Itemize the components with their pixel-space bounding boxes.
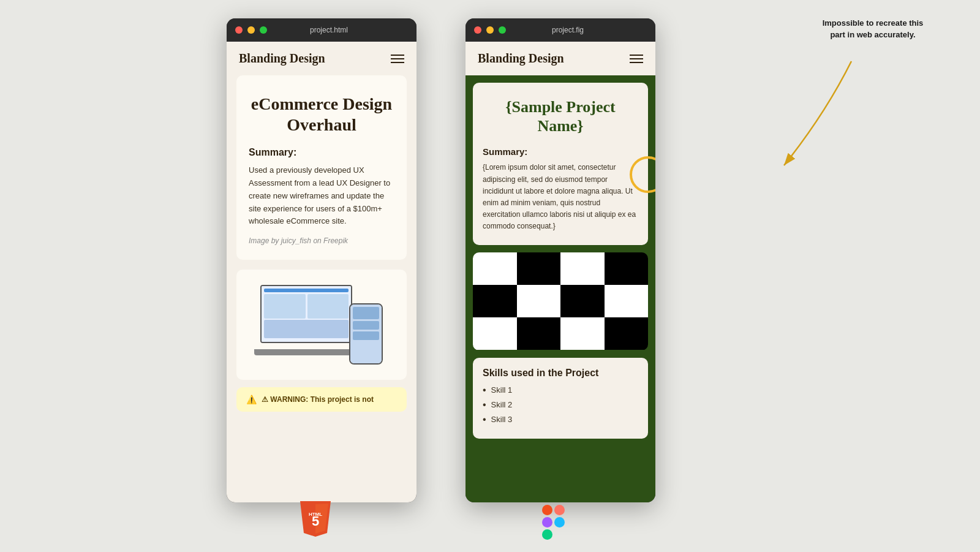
figma-logo-area	[542, 505, 565, 540]
phone-block-1	[353, 307, 379, 319]
svg-rect-5	[542, 505, 552, 515]
html-image-credit: Image by juicy_fish on Freepik	[249, 236, 394, 245]
figma-browser-title: project.fig	[489, 26, 647, 34]
annotation-area: Impossible to recreate this part in web …	[815, 17, 931, 40]
laptop-screen	[260, 285, 352, 343]
skill-item-2: Skill 2	[483, 399, 638, 410]
figma-project-title: {Sample Project Name}	[483, 97, 638, 135]
html5-logo-area: HTML 5	[300, 501, 331, 537]
html-browser-window: project.html Blanding Design eCommerce D…	[227, 18, 417, 502]
hamburger-line-2	[391, 58, 404, 59]
check-cell-9	[473, 317, 517, 350]
screen-block-2	[307, 294, 349, 319]
warning-icon: ⚠️	[246, 395, 257, 404]
svg-rect-8	[554, 517, 565, 527]
phone-block-3	[353, 331, 379, 340]
html5-shield-svg: HTML 5	[300, 501, 331, 537]
annotation-arrow-svg	[772, 49, 931, 184]
html-hamburger-menu[interactable]	[391, 55, 404, 63]
figma-hamburger-line-3	[630, 62, 643, 63]
check-cell-12	[605, 317, 649, 350]
svg-text:5: 5	[312, 513, 319, 529]
html-warning-text: ⚠ WARNING: This project is not	[262, 395, 374, 404]
html-project-title: eCommerce Design Overhaul	[249, 94, 394, 135]
html-browser-content: Blanding Design eCommerce Design Overhau…	[227, 42, 417, 502]
figma-summary-text: {Lorem ipsum dolor sit amet, consectetur…	[483, 162, 638, 232]
laptop-mockup	[260, 285, 383, 365]
html-warning-card: ⚠️ ⚠ WARNING: This project is not	[236, 387, 407, 412]
hamburger-line-1	[391, 55, 404, 56]
skill-item-3: Skill 3	[483, 414, 638, 425]
html-browser-title: project.html	[250, 26, 408, 34]
figma-main-content: {Sample Project Name} Summary: {Lorem ip…	[466, 75, 655, 446]
figma-skills-card: Skills used in the Project Skill 1 Skill…	[473, 358, 648, 439]
phone-screen	[350, 304, 382, 363]
checkerboard-pattern	[473, 252, 648, 350]
screen-block-1	[264, 294, 306, 319]
html-summary-text: Used a previously developed UX Assessmen…	[249, 164, 394, 228]
html-titlebar: project.html	[227, 18, 417, 42]
check-cell-5	[473, 285, 517, 317]
check-cell-7	[560, 285, 605, 317]
check-cell-4	[605, 252, 649, 285]
phone-mockup	[349, 303, 383, 365]
html-site-header: Blanding Design	[227, 42, 417, 75]
svg-rect-6	[554, 505, 565, 515]
check-cell-11	[560, 317, 605, 350]
html-site-logo: Blanding Design	[239, 51, 325, 66]
screen-block-3	[264, 320, 349, 338]
figma-browser-content: Blanding Design {Sample Project Name} Su…	[466, 42, 655, 502]
phone-block-2	[353, 321, 379, 330]
check-cell-1	[473, 252, 517, 285]
figma-skills-list: Skill 1 Skill 2 Skill 3	[483, 385, 638, 425]
figma-skills-title: Skills used in the Project	[483, 368, 638, 379]
figma-site-logo: Blanding Design	[478, 51, 564, 66]
html-main-content: eCommerce Design Overhaul Summary: Used …	[227, 75, 417, 422]
screen-nav-bar	[264, 289, 349, 292]
figma-hamburger-line-2	[630, 58, 643, 59]
screen-content-row	[264, 294, 349, 319]
figma-checkerboard-card	[473, 252, 648, 350]
figma-browser-window: project.fig Blanding Design {Sample Proj…	[466, 18, 655, 502]
check-cell-8	[605, 285, 649, 317]
svg-rect-7	[542, 517, 552, 527]
html5-shield: HTML 5	[300, 501, 331, 537]
traffic-light-red[interactable]	[235, 26, 243, 34]
html-project-image-card	[236, 270, 407, 380]
figma-hamburger-menu[interactable]	[630, 55, 643, 63]
hamburger-line-3	[391, 62, 404, 63]
figma-titlebar: project.fig	[466, 18, 655, 42]
screen-content-row-2	[264, 320, 349, 338]
figma-summary-label: Summary:	[483, 146, 638, 157]
laptop-base	[254, 349, 358, 355]
laptop-screen-content	[262, 286, 351, 342]
annotation-text: Impossible to recreate this part in web …	[823, 18, 924, 39]
check-cell-3	[560, 252, 605, 285]
svg-rect-9	[542, 529, 552, 540]
figma-logo-svg	[542, 505, 565, 540]
check-cell-10	[517, 317, 561, 350]
figma-traffic-light-red[interactable]	[474, 26, 481, 34]
figma-site-header: Blanding Design	[466, 42, 655, 75]
check-cell-6	[517, 285, 561, 317]
skill-item-1: Skill 1	[483, 385, 638, 396]
check-cell-2	[517, 252, 561, 285]
figma-project-title-card: {Sample Project Name} Summary: {Lorem ip…	[473, 83, 648, 245]
html-project-title-card: eCommerce Design Overhaul Summary: Used …	[236, 75, 407, 260]
figma-hamburger-line-1	[630, 55, 643, 56]
html-summary-label: Summary:	[249, 147, 394, 158]
